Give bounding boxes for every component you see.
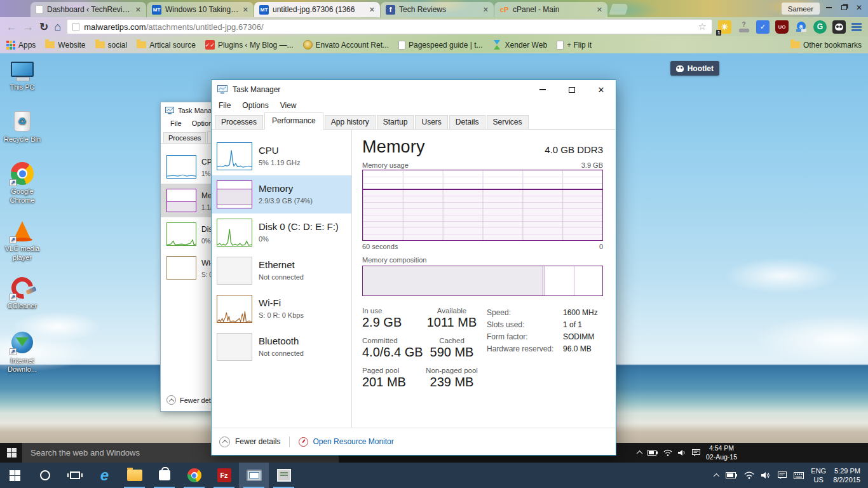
sidebar-item-cpu[interactable]: CPU5% 1.19 GHz [212, 137, 351, 175]
sidebar-item-bluetooth[interactable]: BluetoothNot connected [212, 328, 351, 366]
tab-app-history[interactable]: App history [325, 115, 376, 129]
taskbar-edge[interactable]: e [90, 463, 119, 488]
sidebar-item-ethernet[interactable]: EthernetNot connected [212, 252, 351, 290]
desktop-icon-vlc[interactable]: ↗ VLC media player [1, 219, 43, 262]
alexa-rank-icon[interactable]: a [794, 20, 808, 34]
taskbar-task-manager[interactable] [239, 463, 269, 488]
bookmark-plugins[interactable]: ✓✓Plugins ‹ My Blog —... [205, 40, 294, 50]
memory-details: Speed:1600 MHz Slots used:1 of 1 Form fa… [487, 307, 598, 396]
bookmark-star-icon[interactable]: ☆ [698, 21, 707, 32]
taskbar-filezilla[interactable]: Fz [209, 463, 239, 488]
keyboard-icon[interactable] [794, 472, 804, 479]
task-manager-icon [247, 470, 262, 481]
task-manager-icon [165, 107, 174, 114]
open-resource-monitor-link[interactable]: Open Resource Monitor [299, 437, 393, 447]
battery-icon[interactable] [726, 472, 737, 478]
clock[interactable]: 5:29 PM8/2/2015 [833, 466, 863, 485]
sidebar-item-memory[interactable]: Memory2.9/3.9 GB (74%) [212, 175, 351, 214]
wifi-icon[interactable] [744, 471, 754, 479]
tab-close-icon[interactable]: ✕ [483, 6, 489, 14]
new-tab-button[interactable] [609, 4, 629, 15]
forward-button[interactable]: → [23, 22, 34, 32]
task-view-button[interactable] [60, 463, 90, 488]
taskbar-file-explorer[interactable] [119, 463, 149, 488]
home-button[interactable]: ⌂ [54, 21, 61, 32]
profile-badge[interactable]: Sameer [782, 3, 820, 15]
browser-menu-icon[interactable] [851, 23, 862, 31]
panel-title: Memory [362, 137, 425, 157]
notification-icon[interactable] [778, 471, 787, 479]
tab-close-icon[interactable]: ✕ [369, 6, 375, 14]
tab-processes[interactable]: Processes [215, 115, 263, 129]
menu-view[interactable]: View [275, 99, 302, 113]
bookmark-social[interactable]: social [95, 41, 128, 50]
extension-pagetimer-icon[interactable]: ? [737, 20, 750, 34]
cortana-button[interactable] [30, 463, 60, 488]
extension-check-icon[interactable]: ✓ [756, 20, 770, 34]
extension-yellow-icon[interactable]: ✳1 [718, 20, 731, 34]
taskbar-chrome[interactable] [179, 463, 209, 488]
back-button[interactable]: ← [6, 22, 17, 32]
tray-chevron-icon[interactable] [714, 473, 720, 479]
desktop-icon-recycle-bin[interactable]: ♻ Recycle Bin [1, 109, 43, 144]
start-button[interactable] [0, 463, 30, 488]
memory-usage-graph [362, 170, 603, 241]
bookmark-website[interactable]: Website [45, 41, 85, 50]
close-button[interactable]: ✕ [587, 80, 616, 99]
tab-dashboard[interactable]: Dashboard ‹ TechReview ✕ [31, 2, 146, 17]
grammarly-icon[interactable]: G [813, 20, 827, 34]
desktop-icon-ccleaner[interactable]: ↗ CCleaner [1, 276, 43, 311]
title-bar[interactable]: Task Manager ✕ [212, 80, 616, 99]
address-bar[interactable]: malwaretips.com/attachments/untitled-jpg… [67, 19, 712, 34]
tab-tech-reviews[interactable]: f Tech Reviews ✕ [381, 2, 494, 17]
disk-thumbnail [166, 222, 196, 246]
other-bookmarks[interactable]: Other bookmarks [790, 41, 862, 50]
hootlet-button[interactable]: Hootlet [670, 61, 719, 76]
page-favicon [36, 5, 43, 14]
owl-icon [676, 65, 684, 72]
tab-cpanel[interactable]: cP cPanel - Main ✕ [494, 2, 607, 17]
tab-performance[interactable]: Performance [264, 112, 323, 130]
bookmark-pagespeed[interactable]: Pagespeed guide | t... [398, 41, 483, 50]
sidebar-item-disk[interactable]: Disk 0 (C: D: E: F:)0% [212, 214, 351, 252]
bookmark-flipit[interactable]: + Flip it [557, 41, 592, 50]
tab-startup[interactable]: Startup [377, 115, 414, 129]
volume-icon[interactable] [761, 471, 771, 479]
tab-processes[interactable]: Processes [163, 132, 206, 143]
minimize-button[interactable] [528, 80, 557, 99]
bookmark-apps[interactable]: Apps [6, 41, 36, 50]
in-use-value: 2.9 GB [362, 315, 419, 330]
tab-close-icon[interactable]: ✕ [243, 6, 248, 14]
menu-options[interactable]: Options [236, 99, 274, 113]
tab-close-icon[interactable]: ✕ [597, 6, 602, 14]
tab-windows10[interactable]: MT Windows 10 Taking too m ✕ [147, 2, 254, 17]
reload-button[interactable]: ↻ [39, 22, 48, 32]
taskbar-app-window[interactable] [269, 463, 299, 488]
tab-untitled-jpg[interactable]: MT untitled-jpg.67306 (1366 ✕ [254, 2, 380, 17]
sidebar-item-wifi[interactable]: Wi-FiS: 0 R: 0 Kbps [212, 290, 351, 328]
desktop-icon-google-chrome[interactable]: ↗ Google Chrome [1, 161, 43, 205]
close-button[interactable]: ✕ [851, 1, 867, 14]
folder-icon [790, 41, 800, 48]
desktop-icon-idm[interactable]: ↗ Internet Downlo... [1, 330, 43, 374]
taskbar-store[interactable] [149, 463, 179, 488]
tab-services[interactable]: Services [487, 115, 529, 129]
tab-details[interactable]: Details [449, 115, 485, 129]
menu-file[interactable]: File [213, 99, 236, 113]
bookmark-envato[interactable]: Envato Account Ret... [303, 40, 389, 50]
bookmark-xender[interactable]: Xender Web [492, 40, 548, 50]
desktop-icon-this-pc[interactable]: This PC [1, 57, 43, 92]
tab-close-icon[interactable]: ✕ [135, 6, 141, 14]
battery-icon [648, 450, 658, 456]
minimize-button[interactable] [821, 1, 836, 14]
cpu-thumbnail [217, 142, 252, 170]
tab-users[interactable]: Users [415, 115, 447, 129]
ublock-origin-icon[interactable]: UO [775, 20, 789, 34]
restore-button[interactable] [836, 1, 851, 14]
fewer-details-button[interactable]: Fewer details [219, 437, 280, 447]
bookmark-artical-source[interactable]: Artical source [137, 41, 196, 50]
menu-file[interactable]: File [165, 118, 187, 130]
maximize-button[interactable] [557, 80, 587, 99]
language-indicator[interactable]: ENGUS [811, 466, 826, 485]
hootsuite-icon[interactable] [832, 20, 846, 34]
